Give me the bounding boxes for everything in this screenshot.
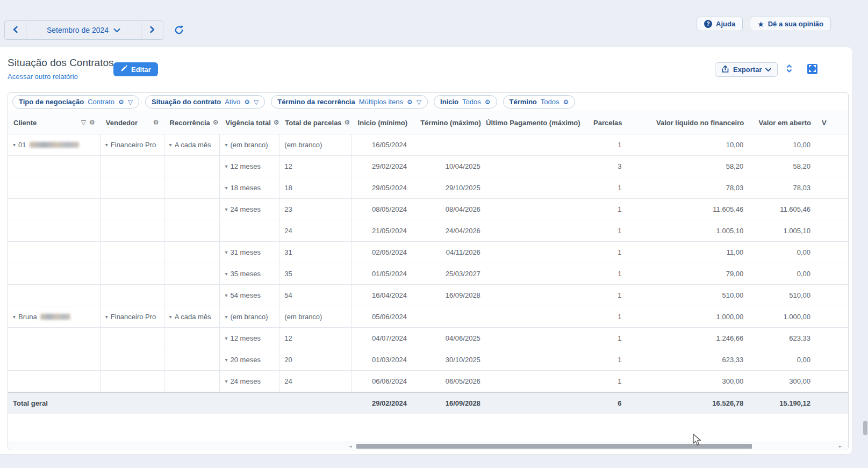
gear-icon[interactable]: ⚙	[563, 99, 569, 105]
table-cell: 54	[279, 285, 351, 306]
gear-icon[interactable]: ⚙	[274, 119, 279, 126]
table-cell: ▾20 meses	[220, 349, 279, 370]
table-cell: 08/04/2026	[413, 199, 486, 220]
collapse-caret-icon[interactable]: ▾	[225, 293, 227, 298]
table-cell	[164, 263, 220, 284]
top-actions: ? Ajuda ★ Dê a sua opinião	[697, 17, 831, 31]
cell-text: 1	[618, 334, 621, 342]
cell-text: 1	[618, 313, 621, 321]
cell-text: 24/04/2026	[446, 227, 480, 235]
gear-icon[interactable]: ⚙	[89, 119, 95, 126]
table-cell: 58,20	[749, 156, 816, 177]
collapse-caret-icon[interactable]: ▾	[225, 185, 227, 191]
column-header-1: Cliente▽⚙	[8, 111, 101, 134]
cell-text: 0,00	[797, 270, 810, 278]
collapse-caret-icon[interactable]: ▾	[169, 314, 172, 320]
table-cell: 01/05/2024	[351, 263, 413, 284]
gear-icon[interactable]: ⚙	[244, 99, 250, 105]
expand-collapse-rows-button[interactable]	[783, 63, 795, 76]
collapse-caret-icon[interactable]: ▾	[225, 379, 227, 384]
table-cell: 1.000,00	[749, 306, 816, 327]
gear-icon[interactable]: ⚙	[153, 119, 159, 126]
cell-text: 31	[284, 248, 292, 256]
column-header-4: Vigência total⚙	[220, 111, 279, 134]
filter-label: Tipo de negociação	[19, 98, 84, 106]
funnel-icon[interactable]: ▽	[128, 99, 133, 105]
cell-text: 78,03	[726, 184, 744, 192]
fullscreen-button[interactable]	[807, 64, 817, 74]
cell-text: 16/05/2024	[372, 141, 407, 149]
table-row: ▾12 meses1204/07/202404/06/202511.246,66…	[8, 328, 848, 349]
table-cell: 1	[586, 199, 628, 220]
gear-icon[interactable]: ⚙	[407, 99, 413, 105]
collapse-caret-icon[interactable]: ▾	[225, 250, 227, 255]
collapse-caret-icon[interactable]: ▾	[169, 142, 172, 148]
collapse-caret-icon[interactable]: ▾	[225, 357, 227, 363]
feedback-button[interactable]: ★ Dê a sua opinião	[750, 17, 831, 31]
next-period-button[interactable]	[141, 21, 163, 39]
prev-period-button[interactable]	[5, 21, 26, 39]
scroll-left-arrow[interactable]: ◄	[349, 444, 351, 449]
column-header-icons: ▽⚙	[81, 119, 95, 126]
table-cell: 1	[586, 220, 628, 241]
scroll-right-arrow[interactable]: ►	[839, 444, 842, 449]
period-dropdown[interactable]: Setembro de 2024	[26, 21, 141, 39]
funnel-icon[interactable]: ▽	[81, 119, 86, 126]
collapse-caret-icon[interactable]: ▾	[225, 336, 227, 341]
table-cell	[816, 242, 848, 263]
table-cell: ▾(em branco)	[220, 306, 279, 327]
table-row: 2421/05/202424/04/202611.005,101.005,10	[8, 220, 848, 242]
cell-text: 25/03/2027	[446, 270, 480, 278]
scrollbar-thumb[interactable]	[356, 444, 752, 449]
refresh-button[interactable]	[172, 24, 186, 38]
filter-chip-2[interactable]: Situação do contratoAtivo⚙▽	[145, 95, 265, 109]
funnel-icon[interactable]: ▽	[254, 99, 259, 105]
export-button[interactable]: Exportar	[715, 62, 778, 77]
column-header-12: V	[816, 111, 848, 134]
cell-text: (em branco)	[231, 141, 268, 149]
table-cell: 58,20	[628, 156, 750, 177]
table-cell: ▾(em branco)	[220, 134, 279, 155]
collapse-caret-icon[interactable]: ▾	[13, 314, 16, 320]
collapse-caret-icon[interactable]: ▾	[105, 142, 108, 148]
total-row: Total geral29/02/202416/09/2028616.526,7…	[8, 392, 848, 414]
collapse-caret-icon[interactable]: ▾	[105, 314, 108, 320]
cell-text: 24 meses	[231, 377, 261, 385]
table-row: ▾Bruna▾Financeiro Pro▾A cada mês▾(em bra…	[8, 306, 848, 328]
gear-icon[interactable]: ⚙	[345, 119, 350, 126]
filter-chip-5[interactable]: TérminoTodos⚙	[503, 95, 576, 109]
table-cell	[164, 220, 220, 241]
table-cell	[486, 263, 586, 284]
gear-icon[interactable]: ⚙	[118, 99, 124, 105]
other-report-link[interactable]: Acessar outro relatório	[8, 73, 78, 81]
cell-text: A cada mês	[175, 313, 211, 321]
cell-text: 08/05/2024	[372, 205, 407, 213]
cell-text: 623,33	[789, 334, 810, 342]
collapse-caret-icon[interactable]: ▾	[225, 314, 227, 320]
table-cell	[486, 199, 586, 220]
collapse-caret-icon[interactable]: ▾	[225, 271, 227, 277]
funnel-icon[interactable]: ▽	[417, 99, 421, 105]
collapse-caret-icon[interactable]: ▾	[13, 142, 16, 148]
vertical-scrollbar-thumb[interactable]	[863, 421, 867, 435]
collapse-caret-icon[interactable]: ▾	[225, 207, 227, 212]
edit-button[interactable]: Editar	[113, 62, 158, 76]
refresh-icon	[174, 25, 184, 37]
cell-text: A cada mês	[175, 141, 211, 149]
collapse-caret-icon[interactable]: ▾	[225, 142, 227, 148]
cell-text: 01/05/2024	[372, 270, 407, 278]
help-button[interactable]: ? Ajuda	[697, 17, 743, 31]
filter-chip-4[interactable]: InicioTodos⚙	[434, 95, 497, 109]
double-chevron-icon	[785, 63, 794, 75]
collapse-caret-icon[interactable]: ▾	[225, 164, 227, 169]
cell-text: 04/11/2026	[446, 248, 480, 256]
cell-text: 35	[284, 270, 292, 278]
table-cell: 1	[586, 285, 628, 306]
gear-icon[interactable]: ⚙	[213, 119, 219, 126]
filter-chip-1[interactable]: Tipo de negociaçãoContrato⚙▽	[12, 95, 139, 109]
table-cell	[8, 263, 101, 284]
chevron-right-icon	[149, 26, 155, 35]
gear-icon[interactable]: ⚙	[485, 99, 491, 105]
filter-chip-3[interactable]: Término da recorrênciaMúltiplos itens⚙▽	[271, 95, 428, 109]
horizontal-scrollbar[interactable]: ◄ ►	[8, 442, 848, 450]
